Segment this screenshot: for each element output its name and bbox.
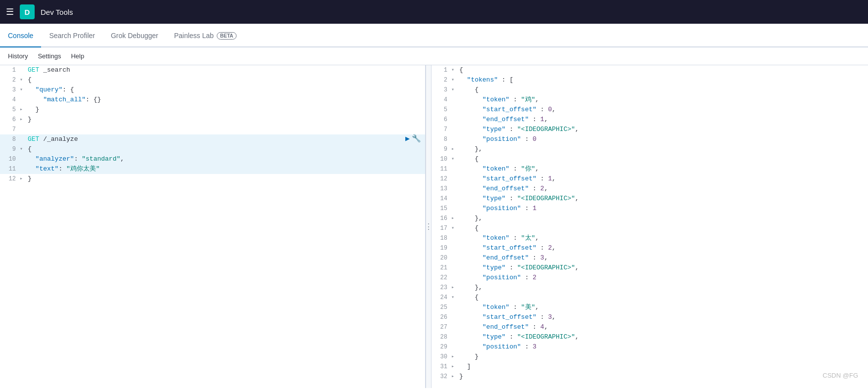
line-num-1: 1 <box>0 65 20 75</box>
output-line-20: 20 "end_offset" : 3, <box>432 253 868 263</box>
tab-grok-debugger[interactable]: Grok Debugger <box>103 25 166 47</box>
editor-panel: 1 GET _search 2 ▾ { 3 ▾ "query": { 4 "m <box>0 65 426 388</box>
output-line-21: 21 "type" : "<IDEOGRAPHIC>", <box>432 263 868 273</box>
editor-line-11: 11 "text": "鸡你太美" <box>0 164 425 174</box>
output-line-15: 15 "position" : 1 <box>432 204 868 214</box>
editor-line-6: 6 ▸ } <box>0 115 425 125</box>
app-title: Dev Tools <box>41 8 73 16</box>
output-line-30: 30 ▸ } <box>432 352 868 362</box>
help-button[interactable]: Help <box>71 52 84 60</box>
output-line-12: 12 "start_offset" : 1, <box>432 174 868 184</box>
editor-line-10: 10 "analyzer": "standard", <box>0 154 425 164</box>
output-line-11: 11 "token" : "你", <box>432 164 868 174</box>
output-line-6: 6 "end_offset" : 1, <box>432 115 868 125</box>
output-line-27: 27 "end_offset" : 4, <box>432 322 868 332</box>
editor-line-2: 2 ▾ { <box>0 75 425 85</box>
output-line-24: 24 ▾ { <box>432 293 868 303</box>
output-line-19: 19 "start_offset" : 2, <box>432 243 868 253</box>
output-line-29: 29 "position" : 3 <box>432 342 868 352</box>
editor-line-9: 9 ▾ { <box>0 144 425 154</box>
run-icon[interactable]: ▶ <box>405 134 410 144</box>
output-line-7: 7 "type" : "<IDEOGRAPHIC>", <box>432 125 868 134</box>
output-line-8: 8 "position" : 0 <box>432 134 868 144</box>
output-line-2: 2 ▾ "tokens" : [ <box>432 75 868 85</box>
output-line-9: 9 ▸ }, <box>432 144 868 154</box>
editor-line-3: 3 ▾ "query": { <box>0 85 425 95</box>
tab-painless-lab[interactable]: Painless Lab BETA <box>166 25 245 47</box>
settings-button[interactable]: Settings <box>38 52 61 60</box>
wrench-icon[interactable]: 🔧 <box>412 134 421 144</box>
output-line-22: 22 "position" : 2 <box>432 273 868 283</box>
beta-badge: BETA <box>217 32 237 40</box>
editor-line-12: 12 ▸ } <box>0 174 425 184</box>
output-line-23: 23 ▸ }, <box>432 283 868 293</box>
editor-content[interactable]: 1 GET _search 2 ▾ { 3 ▾ "query": { 4 "m <box>0 65 425 388</box>
output-line-28: 28 "type" : "<IDEOGRAPHIC>", <box>432 332 868 342</box>
editor-line-7: 7 <box>0 125 425 134</box>
output-line-10: 10 ▾ { <box>432 154 868 164</box>
editor-line-5: 5 ▸ } <box>0 105 425 115</box>
output-line-14: 14 "type" : "<IDEOGRAPHIC>", <box>432 194 868 204</box>
output-line-26: 26 "start_offset" : 3, <box>432 312 868 322</box>
output-line-31: 31 ▸ ] <box>432 362 868 372</box>
top-bar: ☰ D Dev Tools <box>0 0 868 24</box>
editor-line-8: 8 GET /_analyze ▶ 🔧 <box>0 134 425 144</box>
output-line-5: 5 "start_offset" : 0, <box>432 105 868 115</box>
editor-line-4: 4 "match_all": {} <box>0 95 425 105</box>
history-button[interactable]: History <box>8 52 28 60</box>
output-line-32: 32 ▸ } <box>432 372 868 382</box>
output-line-4: 4 "token" : "鸡", <box>432 95 868 105</box>
output-line-1: 1 ▾ { <box>432 65 868 75</box>
tab-search-profiler[interactable]: Search Profiler <box>41 25 103 47</box>
line-actions-8: ▶ 🔧 <box>405 134 425 144</box>
output-line-17: 17 ▾ { <box>432 223 868 233</box>
editor-line-1: 1 GET _search <box>0 65 425 75</box>
hamburger-icon[interactable]: ☰ <box>6 6 14 17</box>
app-icon: D <box>20 4 35 19</box>
output-line-13: 13 "end_offset" : 2, <box>432 184 868 194</box>
tab-console[interactable]: Console <box>0 25 41 47</box>
output-line-16: 16 ▸ }, <box>432 214 868 223</box>
output-panel[interactable]: 1 ▾ { 2 ▾ "tokens" : [ 3 ▾ { 4 "token" :… <box>432 65 868 388</box>
output-line-3: 3 ▾ { <box>432 85 868 95</box>
output-line-18: 18 "token" : "太", <box>432 233 868 243</box>
tab-bar: Console Search Profiler Grok Debugger Pa… <box>0 24 868 47</box>
main-layout: 1 GET _search 2 ▾ { 3 ▾ "query": { 4 "m <box>0 65 868 388</box>
toolbar: History Settings Help <box>0 47 868 65</box>
output-line-25: 25 "token" : "美", <box>432 303 868 312</box>
panel-divider[interactable]: ⋮ <box>426 65 432 388</box>
